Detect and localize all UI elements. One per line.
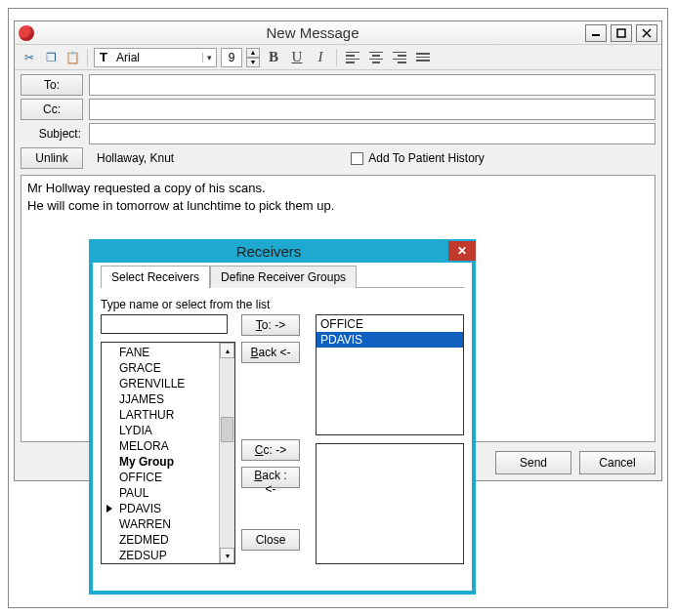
send-button[interactable]: Send — [495, 451, 571, 474]
list-item[interactable]: LYDIA — [102, 423, 219, 438]
to-field[interactable] — [89, 74, 655, 96]
cc-button[interactable]: Cc: — [21, 99, 83, 120]
body-line: He will come in tomorrow at lunchtime to… — [27, 197, 649, 215]
list-item[interactable]: GRENVILLE — [102, 376, 219, 391]
list-item[interactable]: PDAVIS — [102, 501, 219, 516]
receivers-close-button[interactable]: ✕ — [448, 241, 476, 261]
receivers-dialog: Receivers ✕ Select Receivers Define Rece… — [89, 239, 476, 595]
bullet-list-button[interactable] — [413, 48, 433, 67]
subject-label: Subject: — [21, 127, 83, 141]
list-item[interactable]: OFFICE — [317, 316, 463, 332]
spin-up-icon[interactable]: ▲ — [246, 48, 260, 58]
font-size-spinner[interactable]: ▲ ▼ — [246, 48, 260, 67]
underline-button[interactable]: U — [287, 48, 307, 67]
add-history-checkbox[interactable] — [351, 152, 363, 165]
receivers-titlebar: Receivers ✕ — [89, 239, 476, 263]
paste-icon[interactable]: 📋 — [63, 49, 81, 66]
tab-define-groups[interactable]: Define Receiver Groups — [210, 266, 357, 288]
receivers-title: Receivers — [89, 243, 448, 260]
cc-field[interactable] — [89, 99, 655, 120]
text-icon: T — [95, 50, 112, 64]
close-button[interactable] — [636, 24, 657, 42]
scroll-thumb[interactable] — [221, 417, 233, 442]
outer-frame: New Message ✂ ❐ 📋 T Arial ▾ 9 ▲ ▼ B — [8, 8, 668, 608]
list-item[interactable]: GRACE — [102, 360, 219, 376]
subject-field[interactable] — [89, 123, 655, 144]
list-item[interactable]: LARTHUR — [102, 407, 219, 423]
name-list[interactable]: FANEGRACEGRENVILLEJJAMESLARTHURLYDIAMELO… — [101, 342, 235, 564]
list-item[interactable]: OFFICE — [102, 470, 219, 485]
window-title: New Message — [40, 24, 585, 41]
align-center-button[interactable] — [366, 48, 386, 67]
cc-add-button[interactable]: Cc: -> — [241, 439, 300, 461]
cancel-button[interactable]: Cancel — [579, 451, 655, 474]
spin-down-icon[interactable]: ▼ — [246, 58, 260, 67]
search-label: Type name or select from the list — [101, 298, 464, 311]
list-item[interactable]: My Group — [102, 454, 219, 470]
to-list[interactable]: OFFICEPDAVIS — [316, 314, 464, 435]
to-add-button[interactable]: To: -> — [241, 314, 300, 336]
cc-back-button[interactable]: Back : <- — [241, 467, 300, 488]
receivers-close-bottom-button[interactable]: Close — [241, 529, 300, 551]
titlebar: New Message — [15, 21, 661, 45]
message-header: To: Cc: Subject: Unlink Hollaway, Knut A… — [15, 70, 661, 172]
patient-name: Hollaway, Knut — [89, 151, 174, 165]
scroll-track[interactable] — [220, 358, 234, 548]
list-item[interactable]: JJAMES — [102, 391, 219, 407]
scroll-up-icon[interactable]: ▴ — [220, 343, 234, 358]
font-size[interactable]: 9 — [221, 48, 242, 67]
list-item[interactable]: PAUL — [102, 485, 219, 501]
unlink-button[interactable]: Unlink — [21, 147, 83, 169]
add-history-label: Add To Patient History — [368, 151, 485, 165]
copy-icon[interactable]: ❐ — [42, 49, 60, 66]
italic-button[interactable]: I — [311, 48, 330, 67]
maximize-button[interactable] — [611, 24, 632, 42]
to-back-button[interactable]: Back <- — [241, 342, 300, 363]
bold-button[interactable]: B — [264, 48, 283, 67]
chevron-down-icon[interactable]: ▾ — [202, 53, 216, 62]
list-item[interactable]: ZEDSUP — [102, 548, 219, 563]
scrollbar[interactable]: ▴ ▾ — [219, 343, 234, 563]
align-right-button[interactable] — [390, 48, 409, 67]
window-buttons — [585, 24, 657, 42]
scroll-down-icon[interactable]: ▾ — [220, 548, 234, 563]
cut-icon[interactable]: ✂ — [21, 49, 38, 66]
receivers-tabs: Select Receivers Define Receiver Groups — [101, 265, 464, 288]
list-item[interactable]: PDAVIS — [317, 332, 463, 348]
svg-rect-1 — [617, 29, 625, 37]
minimize-button[interactable] — [585, 24, 607, 42]
tab-select-receivers[interactable]: Select Receivers — [101, 266, 210, 288]
receiver-search-input[interactable] — [101, 314, 228, 334]
list-item[interactable]: ZEDMED — [102, 532, 219, 548]
font-name: Arial — [112, 51, 202, 64]
list-item[interactable]: WARREN — [102, 516, 219, 532]
divider — [336, 49, 337, 66]
body-line: Mr Hollway requested a copy of his scans… — [27, 180, 649, 197]
font-selector[interactable]: T Arial ▾ — [94, 48, 217, 67]
cc-list[interactable] — [316, 443, 464, 564]
app-icon — [19, 25, 34, 41]
align-left-button[interactable] — [343, 48, 362, 67]
format-toolbar: ✂ ❐ 📋 T Arial ▾ 9 ▲ ▼ B U I — [15, 45, 661, 70]
list-item[interactable]: MELORA — [102, 438, 219, 454]
divider — [87, 49, 88, 66]
to-button[interactable]: To: — [21, 74, 83, 96]
list-item[interactable]: FANE — [102, 345, 219, 360]
